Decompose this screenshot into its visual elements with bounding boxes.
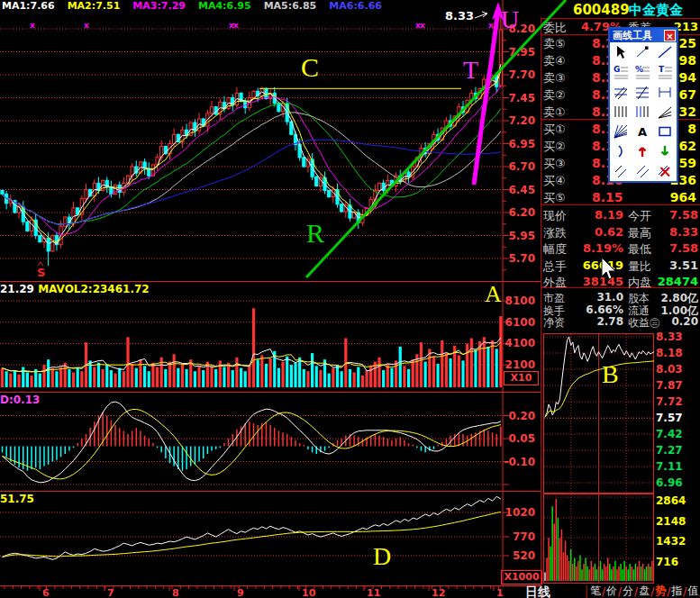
axis-label: 2100 [497, 359, 535, 370]
tool-arrow-up-icon[interactable] [632, 141, 653, 161]
close-icon[interactable]: × [664, 30, 676, 41]
tool-channel-icon[interactable] [610, 82, 631, 102]
ma-value: MA1:7.66 [2, 0, 55, 12]
drawing-toolbar-window[interactable]: 画线工具 × G%TA [608, 27, 678, 183]
tool-golden-section-icon[interactable]: G [610, 62, 631, 82]
mini-price-axis-label: 8.33 [656, 331, 697, 342]
mini-price-axis-label: 8.03 [656, 364, 697, 375]
quote-value: 3.51 [644, 258, 698, 272]
svg-text:A: A [638, 125, 647, 139]
macd-label: D:0.13 [0, 394, 40, 406]
svg-text:9: 9 [237, 587, 244, 598]
tool-ray-fan-icon[interactable] [610, 122, 631, 141]
ma-value: MA5:6.85 [264, 0, 317, 12]
mavol1-label: 21.29 MAVOL2:23461.72 [0, 283, 150, 295]
annotation-u: U [501, 5, 519, 34]
tab-6[interactable]: 值 [687, 584, 698, 598]
tab-2[interactable]: 分 [623, 584, 633, 598]
tool-arc-icon[interactable] [610, 141, 631, 161]
trading-terminal: xxxxxxx8.33S 67891011121 MA1:7.66MA2:7.5… [0, 0, 700, 598]
volume-unit-box: X10 [504, 371, 539, 385]
quote-value: 6.66% [568, 304, 623, 316]
tool-time-line-icon[interactable]: T [654, 62, 675, 82]
mavol2-label: MAVOL2:23461.72 [38, 283, 150, 295]
ma-value: MA3:7.29 [132, 0, 186, 12]
tool-angle-fan-icon[interactable] [654, 102, 675, 122]
bottom-unit-box: X1000 [501, 570, 542, 584]
mini-volume-axis-label: 716 [656, 557, 697, 567]
axis-label: 7.70 [497, 69, 535, 80]
volume-pane[interactable] [0, 281, 541, 392]
mini-volume-axis-label: 2864 [656, 495, 697, 506]
tool-percent-line-icon[interactable]: % [632, 62, 653, 82]
tab-active-4[interactable]: 势 [655, 584, 666, 598]
axis-label: 520 [497, 550, 535, 561]
tool-segment-icon[interactable] [632, 42, 653, 62]
axis-label: 6.20 [497, 207, 535, 218]
strength-label: 51.75 [0, 493, 34, 505]
tool-line-icon[interactable] [654, 42, 675, 62]
tool-cycle-lines-icon[interactable] [632, 102, 653, 122]
drawing-toolbar-titlebar[interactable]: 画线工具 × [610, 29, 677, 42]
tab-1[interactable]: 价 [606, 584, 617, 598]
annotation-d: D [373, 542, 391, 571]
tool-parallel-channel-icon[interactable] [632, 82, 653, 102]
mini-price-axis-label: 7.87 [656, 380, 697, 391]
quote-value: 38145 [568, 275, 623, 288]
tab-0[interactable]: 笔 [590, 584, 601, 598]
quote-value: 0.20 [644, 315, 698, 328]
tab-3[interactable]: 盘 [639, 584, 650, 598]
tab-5[interactable]: 指 [671, 584, 682, 598]
tool-arrow-down-icon[interactable] [654, 141, 675, 161]
quote-value: 31.0 [568, 291, 623, 304]
mini-volume-axis-label: 1432 [656, 536, 697, 547]
tool-gann-line-icon[interactable] [654, 82, 675, 102]
macd-pane[interactable] [0, 392, 541, 491]
mini-price-axis-label: 7.57 [656, 412, 697, 423]
bid-level-label: 买④ [543, 173, 566, 189]
tab-separator: / [667, 585, 670, 598]
axis-label: 7.20 [497, 115, 535, 126]
tool-vertical-lines-icon[interactable] [610, 102, 631, 122]
mini-price-axis-label: 7.72 [656, 396, 697, 407]
ask-level-label: 卖④ [543, 53, 566, 69]
main-kline-chart[interactable]: xxxxxxx8.33S [0, 0, 541, 281]
mini-intraday-volume[interactable] [543, 494, 654, 584]
tab-separator: / [650, 585, 654, 598]
time-axis: 67891011121 [0, 585, 541, 598]
ma-value: MA6:6.66 [329, 0, 382, 12]
axis-label: -0.10 [497, 457, 535, 467]
tool-text-icon[interactable]: A [632, 122, 653, 141]
svg-text:G: G [614, 65, 620, 74]
svg-text:7: 7 [107, 587, 114, 598]
tab-period-daily[interactable]: 日线 [525, 584, 550, 598]
svg-text:10: 10 [302, 587, 316, 598]
bid-level-label: 买⑤ [543, 190, 566, 206]
tool-parallel-line-icon[interactable] [610, 161, 631, 181]
tool-trend-parallel-icon[interactable] [632, 161, 653, 181]
quote-value: 0.62 [568, 225, 623, 239]
bid-price[interactable]: 8.15 [592, 190, 623, 204]
svg-text:%: % [635, 65, 643, 74]
ma-value: MA2:7.51 [68, 0, 121, 12]
tool-pointer-icon[interactable] [610, 42, 631, 62]
svg-text:6: 6 [42, 587, 50, 598]
strength-pane[interactable] [0, 491, 541, 585]
ask-level-label: 卖⑤ [543, 36, 566, 52]
bottom-tabs: 笔/价/分/盘/势/指/值/筹 [590, 584, 700, 598]
svg-text:S: S [37, 266, 45, 279]
quote-value: 7.58 [644, 208, 698, 222]
stock-code[interactable]: 600489 [573, 2, 630, 18]
annotation-c: C [301, 52, 319, 83]
axis-label: 6.70 [497, 161, 535, 172]
mini-intraday-chart[interactable] [543, 333, 654, 494]
ask-level-label: 卖② [543, 87, 566, 104]
mini-price-axis-label: 7.27 [656, 445, 697, 456]
axis-label: 8100 [497, 295, 535, 306]
mini-price-axis-label: 8.18 [656, 348, 697, 358]
quote-value: 2.78 [568, 315, 623, 328]
tool-rectangle-icon[interactable] [654, 122, 675, 141]
stock-name[interactable]: 中金黄金 [629, 2, 683, 19]
svg-text:11: 11 [367, 587, 380, 598]
tool-erase-icon[interactable] [654, 161, 675, 181]
